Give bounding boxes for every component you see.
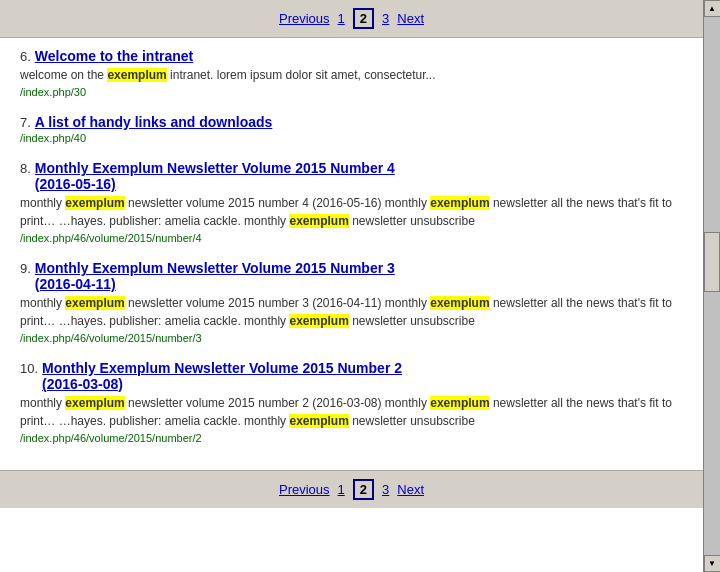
results-list: 6. Welcome to the intranet welcome on th… <box>0 38 703 470</box>
page-2-bottom: 2 <box>353 479 374 500</box>
result-url-6: /index.php/30 <box>20 86 683 98</box>
result-item-6: 6. Welcome to the intranet welcome on th… <box>20 48 683 98</box>
prev-link-bottom[interactable]: Previous <box>279 482 330 497</box>
highlight-10a: exemplum <box>65 396 124 410</box>
result-header-10: 10. Monthly Exemplum Newsletter Volume 2… <box>20 360 683 392</box>
result-header-6: 6. Welcome to the intranet <box>20 48 683 64</box>
highlight-8a: exemplum <box>65 196 124 210</box>
result-snippet-6: welcome on the exemplum intranet. lorem … <box>20 66 683 84</box>
next-link-bottom[interactable]: Next <box>397 482 424 497</box>
result-title-10[interactable]: Monthly Exemplum Newsletter Volume 2015 … <box>42 360 402 392</box>
pagination-bottom: Previous 1 2 3 Next <box>0 470 703 508</box>
highlight-6: exemplum <box>107 68 166 82</box>
main-content: Previous 1 2 3 Next 6. Welcome to the in… <box>0 0 703 572</box>
result-number-10: 10. <box>20 361 38 376</box>
result-title-7[interactable]: A list of handy links and downloads <box>35 114 273 130</box>
scrollbar-thumb[interactable] <box>704 232 720 292</box>
page-3-bottom[interactable]: 3 <box>382 482 389 497</box>
result-url-8: /index.php/46/volume/2015/number/4 <box>20 232 683 244</box>
result-snippet-8: monthly exemplum newsletter volume 2015 … <box>20 194 683 230</box>
scrollbar-track[interactable] <box>704 17 720 555</box>
highlight-9c: exemplum <box>289 314 348 328</box>
result-number-8: 8. <box>20 161 31 176</box>
result-item-10: 10. Monthly Exemplum Newsletter Volume 2… <box>20 360 683 444</box>
page-2-top: 2 <box>353 8 374 29</box>
result-number-6: 6. <box>20 49 31 64</box>
highlight-9b: exemplum <box>430 296 489 310</box>
highlight-8b: exemplum <box>430 196 489 210</box>
result-title-6[interactable]: Welcome to the intranet <box>35 48 193 64</box>
result-header-9: 9. Monthly Exemplum Newsletter Volume 20… <box>20 260 683 292</box>
scroll-down-button[interactable]: ▼ <box>704 555 721 572</box>
pagination-top: Previous 1 2 3 Next <box>0 0 703 38</box>
result-title-9[interactable]: Monthly Exemplum Newsletter Volume 2015 … <box>35 260 395 292</box>
page-3-top[interactable]: 3 <box>382 11 389 26</box>
result-header-7: 7. A list of handy links and downloads <box>20 114 683 130</box>
result-url-9: /index.php/46/volume/2015/number/3 <box>20 332 683 344</box>
scroll-up-button[interactable]: ▲ <box>704 0 721 17</box>
result-url-7: /index.php/40 <box>20 132 683 144</box>
result-url-10: /index.php/46/volume/2015/number/2 <box>20 432 683 444</box>
result-snippet-9: monthly exemplum newsletter volume 2015 … <box>20 294 683 330</box>
prev-link-top[interactable]: Previous <box>279 11 330 26</box>
result-item-9: 9. Monthly Exemplum Newsletter Volume 20… <box>20 260 683 344</box>
next-link-top[interactable]: Next <box>397 11 424 26</box>
page-1-top[interactable]: 1 <box>338 11 345 26</box>
highlight-10c: exemplum <box>289 414 348 428</box>
result-item-8: 8. Monthly Exemplum Newsletter Volume 20… <box>20 160 683 244</box>
result-title-8[interactable]: Monthly Exemplum Newsletter Volume 2015 … <box>35 160 395 192</box>
page-1-bottom[interactable]: 1 <box>338 482 345 497</box>
highlight-9a: exemplum <box>65 296 124 310</box>
result-item-7: 7. A list of handy links and downloads /… <box>20 114 683 144</box>
result-number-7: 7. <box>20 115 31 130</box>
result-header-8: 8. Monthly Exemplum Newsletter Volume 20… <box>20 160 683 192</box>
result-number-9: 9. <box>20 261 31 276</box>
highlight-10b: exemplum <box>430 396 489 410</box>
scrollbar[interactable]: ▲ ▼ <box>703 0 720 572</box>
highlight-8c: exemplum <box>289 214 348 228</box>
result-snippet-10: monthly exemplum newsletter volume 2015 … <box>20 394 683 430</box>
